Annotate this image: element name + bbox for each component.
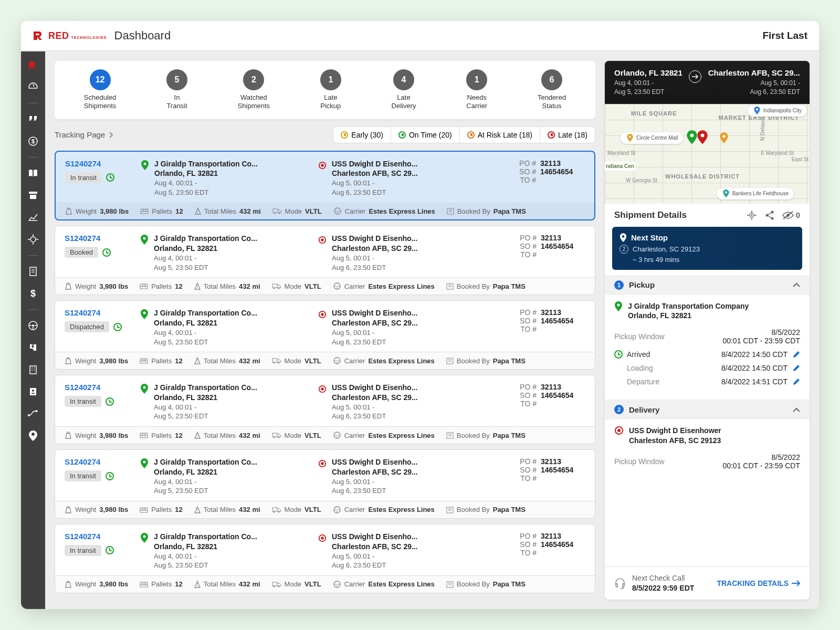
map-poi-indy[interactable]: Indianapolis City: [748, 105, 807, 117]
svg-rect-9: [30, 366, 36, 374]
booked-icon: [446, 581, 454, 588]
contact-icon[interactable]: [27, 385, 39, 398]
svg-rect-48: [140, 436, 148, 438]
currency-icon[interactable]: $: [27, 135, 39, 148]
brand-subtitle: TECHNOLOGIES: [71, 36, 107, 39]
weight-icon: [65, 282, 72, 290]
shipment-id[interactable]: S1240274: [65, 234, 133, 243]
rail-logo-icon[interactable]: [27, 59, 39, 71]
shipment-id[interactable]: S1240274: [65, 383, 133, 392]
miles-icon: [194, 282, 201, 290]
chevron-up-icon[interactable]: [793, 282, 800, 287]
chart-icon[interactable]: [27, 211, 39, 224]
origin-pin-icon: [140, 458, 149, 469]
shipment-list[interactable]: S1240274 In transit J Giraldp Transporta…: [55, 151, 595, 600]
stat-scheduled[interactable]: 12ScheduledShipments: [84, 69, 116, 111]
shipment-card[interactable]: S1240274 In transit J Giraldp Transporta…: [55, 449, 595, 519]
location-icon[interactable]: [27, 429, 39, 442]
svg-point-66: [321, 537, 323, 539]
watch-toggle[interactable]: 0: [782, 211, 800, 219]
stat-needs[interactable]: 1NeedsCarrier: [466, 69, 487, 111]
body: $ $ 12ScheduledShipments5InTransit2Watch…: [21, 51, 819, 609]
carrier-icon: [333, 580, 341, 589]
share-icon[interactable]: [764, 210, 775, 220]
steering-icon[interactable]: [27, 319, 39, 332]
svg-point-89: [617, 429, 621, 432]
delivery-head[interactable]: 2 Delivery: [605, 400, 810, 419]
edit-icon[interactable]: [793, 351, 800, 358]
carrier-icon: [333, 207, 342, 215]
target-icon[interactable]: [27, 233, 39, 246]
shipment-id[interactable]: S1240274: [65, 308, 133, 317]
svg-point-70: [273, 585, 275, 587]
origin-pin-icon: [614, 301, 623, 312]
locate-icon[interactable]: [747, 210, 757, 220]
route-dest-title: Charleston AFB, SC 29...: [708, 68, 800, 77]
route-header: Orlando, FL 32821 Aug 4, 00:01 -Aug 5, 2…: [605, 61, 810, 104]
breadcrumb[interactable]: Tracking Page: [55, 130, 113, 139]
status-chip: Booked: [65, 247, 98, 258]
shipment-id[interactable]: S1240274: [65, 457, 133, 466]
map-view[interactable]: MILE SQUARE MARKET EAST DISTRICT WHOLESA…: [605, 104, 810, 204]
pallet-icon: [140, 507, 148, 513]
filter-green[interactable]: On Time (20): [391, 127, 460, 143]
quote-icon[interactable]: [27, 113, 39, 125]
svg-point-75: [756, 108, 758, 110]
chevron-up-icon[interactable]: [793, 407, 800, 412]
puzzle-icon[interactable]: [27, 341, 39, 354]
svg-point-24: [143, 237, 146, 240]
shipment-card[interactable]: S1240274 Dispatched J Giraldp Transporta…: [55, 300, 595, 370]
page-title: Dashboard: [114, 29, 171, 43]
dollar-icon[interactable]: $: [27, 287, 39, 300]
shipment-id[interactable]: S1240274: [65, 159, 133, 168]
map-marker-red-icon: [697, 130, 708, 145]
dashboard-icon[interactable]: [27, 81, 39, 93]
brand-text: RED: [48, 30, 69, 41]
edit-icon[interactable]: [793, 378, 800, 385]
clock-icon: [106, 546, 114, 554]
filter-yellow[interactable]: Early (30): [333, 127, 391, 143]
dest-target-icon: [318, 160, 327, 171]
tracking-details-link[interactable]: TRACKING DETAILS: [717, 579, 800, 587]
svg-rect-5: [30, 267, 36, 276]
truck-icon: [272, 283, 281, 289]
stat-watched[interactable]: 2WatchedShipments: [238, 69, 270, 111]
pallet-icon: [140, 358, 148, 364]
user-menu[interactable]: First Last: [762, 30, 807, 41]
svg-point-16: [321, 164, 323, 166]
building-icon[interactable]: [27, 363, 39, 376]
stat-tendered[interactable]: 6TenderedStatus: [538, 69, 566, 111]
shipment-card[interactable]: S1240274 In transit J Giraldp Transporta…: [55, 151, 595, 221]
route-icon[interactable]: [27, 407, 39, 420]
document-icon[interactable]: [27, 265, 39, 278]
filter-orange[interactable]: At Risk Late (18): [460, 127, 540, 143]
app-frame: RED TECHNOLOGIES Dashboard First Last $ …: [21, 21, 819, 609]
stat-in[interactable]: 5InTransit: [166, 69, 187, 111]
route-arrow-icon: [689, 70, 701, 83]
edit-icon[interactable]: [793, 364, 800, 372]
next-stop-card: Next Stop 2Charleston, SC 29123 ~ 3 hrs …: [612, 227, 802, 270]
clock-icon: [106, 173, 114, 182]
filter-red[interactable]: Late (18): [540, 127, 595, 143]
book-icon[interactable]: [27, 167, 39, 180]
pickup-head[interactable]: 1 Pickup: [605, 275, 810, 295]
svg-point-76: [725, 191, 727, 193]
svg-point-30: [273, 288, 275, 289]
clock-icon: [614, 350, 623, 359]
pallet-icon: [140, 432, 148, 438]
brand-logo[interactable]: RED TECHNOLOGIES: [33, 30, 107, 41]
status-chip: Dispatched: [65, 321, 109, 332]
shipment-card[interactable]: S1240274 Booked J Giraldp Transportation…: [55, 226, 595, 295]
map-poi-circle-centre[interactable]: Circle Centre Mall: [621, 132, 683, 144]
svg-point-31: [278, 288, 279, 289]
shipment-id[interactable]: S1240274: [65, 532, 133, 541]
svg-rect-58: [140, 510, 148, 512]
shipment-card[interactable]: S1240274 In transit J Giraldp Transporta…: [55, 375, 595, 444]
svg-point-46: [321, 387, 323, 390]
stat-late[interactable]: 4LateDelivery: [392, 69, 416, 111]
map-poi-lucas[interactable]: Bankers Life Fieldhouse: [717, 188, 794, 200]
shipment-card[interactable]: S1240274 In transit J Giraldp Transporta…: [55, 524, 595, 593]
truck-icon: [272, 432, 281, 438]
archive-icon[interactable]: [27, 189, 39, 202]
stat-late[interactable]: 1LatePickup: [320, 69, 341, 111]
